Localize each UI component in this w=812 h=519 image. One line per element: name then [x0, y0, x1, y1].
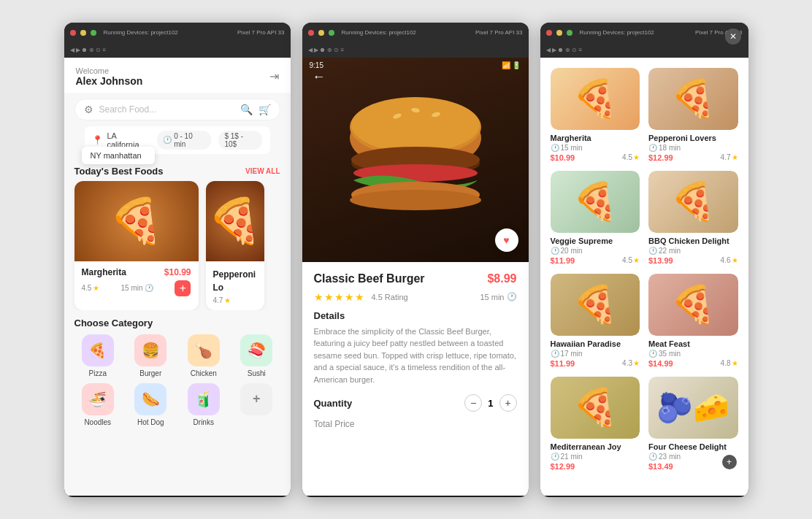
- status-bar-2: 9:15 📶 🔋: [302, 58, 529, 74]
- burger-svg: [335, 87, 496, 233]
- star-3: ★: [334, 291, 344, 303]
- pizza-rating-2: 4.7 ★: [721, 153, 738, 161]
- foods-row: 🍕 Margherita $10.99 4.5 ★ 15 min 🕐 + 🍕: [64, 181, 291, 310]
- pizza-name-4: BBQ Chicken Delight: [648, 237, 738, 245]
- add-btn-1[interactable]: +: [175, 280, 191, 296]
- price-filter[interactable]: $ 1$ - 10$: [218, 131, 262, 150]
- total-label: Total Price: [314, 419, 355, 429]
- category-grid-2: 🍜 Noodles 🌭 Hot Dog 🧃 Drinks +: [74, 383, 280, 426]
- toolbar-icon-1: ◀ ▶ ⏺ ⊕ ⊙ ≡: [70, 47, 107, 53]
- food-card-img-2: 🍕: [206, 181, 264, 261]
- pizza-item-4[interactable]: 🍕 BBQ Chicken Delight 🕐 22 min $13.99 4.…: [644, 166, 743, 269]
- close-modal-button[interactable]: ✕: [725, 28, 741, 45]
- cat-sushi[interactable]: 🍣 Sushi: [233, 334, 280, 377]
- pizza-bottom-4: $13.99 4.6 ★: [648, 256, 738, 265]
- cat-more-icon: +: [240, 383, 272, 415]
- dropdown-option[interactable]: NY manhattan: [91, 151, 142, 160]
- cat-more[interactable]: +: [233, 383, 280, 426]
- dot-yellow-2: [318, 30, 324, 36]
- cat-noodles[interactable]: 🍜 Noodles: [74, 383, 122, 426]
- cat-burger[interactable]: 🍔 Burger: [127, 334, 175, 377]
- cat-burger-icon: 🍔: [134, 334, 166, 366]
- cat-drink-label: Drinks: [194, 418, 214, 426]
- qty-plus[interactable]: +: [499, 394, 517, 412]
- pizza-item-2[interactable]: 🍕 Pepperoni Lovers 🕐 18 min $12.99 4.7 ★: [644, 64, 743, 166]
- star-5: ★: [355, 291, 364, 303]
- pizza-img-inner-2: 🍕: [648, 68, 738, 130]
- toolbar-icon-2: ◀ ▶ ⏺ ⊕ ⊙ ≡: [308, 47, 345, 53]
- search-bar[interactable]: ⚙ Search Food... 🔍 🛒: [74, 99, 280, 120]
- pizza-item-8[interactable]: 🫐🧀 Four Cheese Delight 🕐 23 min $13.49 +: [644, 372, 743, 475]
- star-2: ★: [324, 291, 334, 303]
- pizza-img-5: 🍕: [551, 274, 640, 336]
- price-filter-text: $ 1$ - 10$: [224, 132, 243, 148]
- pizza-price-2: $12.99: [648, 153, 673, 162]
- view-all-button[interactable]: VIEW ALL: [245, 167, 280, 175]
- pizza-bottom-6: $14.99 4.8 ★: [648, 359, 738, 368]
- search-icon[interactable]: 🔍: [240, 104, 253, 115]
- burger-canvas: [302, 58, 529, 262]
- pizza-time-2: 🕐 18 min: [648, 144, 738, 152]
- pizza-grid: 🍕 Margherita 🕐 15 min $10.99 4.5 ★ 🍕 Pep…: [540, 58, 748, 481]
- pizza-item-7[interactable]: 🍕 Mediterranean Joy 🕐 21 min $12.99: [546, 372, 645, 475]
- food-card-img-1: 🍕: [74, 181, 199, 261]
- favorite-button[interactable]: ♥: [495, 228, 518, 252]
- pizza-time-6: 🕐 35 min: [648, 350, 738, 358]
- cat-pizza-label: Pizza: [89, 369, 107, 377]
- toolbar-icon-3: ◀ ▶ ⏺ ⊕ ⊙ ≡: [546, 47, 583, 53]
- cart-icon[interactable]: 🛒: [258, 104, 271, 115]
- location-dropdown[interactable]: NY manhattan: [82, 147, 155, 164]
- pizza-bottom-5: $11.99 4.3 ★: [551, 359, 640, 368]
- pizza-time-3: 🕐 20 min: [551, 247, 640, 255]
- pizza-price-6: $14.99: [648, 359, 673, 368]
- more-button[interactable]: +: [722, 455, 737, 469]
- screen3-content: 🍕 Margherita 🕐 15 min $10.99 4.5 ★ 🍕 Pep…: [540, 58, 748, 496]
- pizza-img-3: 🍕: [551, 171, 640, 233]
- pizza-img-inner-3: 🍕: [551, 171, 640, 233]
- food-name-2: Pepperoni Lo: [213, 269, 256, 293]
- location-text: LA california: [107, 131, 150, 149]
- pizza-item-6[interactable]: 🍕 Meat Feast 🕐 35 min $14.99 4.8 ★: [644, 269, 743, 372]
- logout-icon[interactable]: ⇥: [269, 69, 279, 83]
- cat-chicken[interactable]: 🍗 Chicken: [180, 334, 228, 377]
- pizza-img-6: 🍕: [648, 274, 738, 336]
- food-card-2[interactable]: 🍕 Pepperoni Lo 4.7 ★: [206, 181, 264, 310]
- svg-point-10: [350, 190, 481, 210]
- svg-point-2: [351, 97, 480, 153]
- time-filter[interactable]: 🕐 0 - 10 min: [157, 131, 211, 150]
- device-bar-text-3: Running Devices: project102: [580, 29, 654, 36]
- star-4: ★: [345, 291, 354, 303]
- details-title: Details: [314, 310, 517, 321]
- cat-hotdog[interactable]: 🌭 Hot Dog: [127, 383, 175, 426]
- details-text: Embrace the simplicity of the Classic Be…: [314, 326, 517, 386]
- dot-red-3: [546, 30, 552, 36]
- pizza-item-3[interactable]: 🍕 Veggie Supreme 🕐 20 min $11.99 4.5 ★: [546, 166, 645, 269]
- dot-green: [91, 30, 96, 36]
- device-bar-text-2: Running Devices: project102: [342, 29, 416, 36]
- stars-row: ★ ★ ★ ★ ★: [314, 291, 364, 303]
- screen3-frame: Running Devices: project102 Pixel 7 Pro …: [540, 23, 748, 497]
- welcome-text: Welcome: [76, 66, 143, 75]
- star-1: ★: [314, 291, 323, 303]
- user-info: Welcome Alex Johnson: [76, 66, 143, 87]
- food-card-bottom-1: 4.5 ★ 15 min 🕐 +: [82, 280, 191, 296]
- product-title-row: Classic Beef Burger $8.99: [314, 272, 517, 285]
- cat-drink[interactable]: 🧃 Drinks: [180, 383, 228, 426]
- pizza-img-4: 🍕: [648, 171, 738, 233]
- pizza-item-5[interactable]: 🍕 Hawaiian Paradise 🕐 17 min $11.99 4.3 …: [546, 269, 645, 372]
- food-card-1[interactable]: 🍕 Margherita $10.99 4.5 ★ 15 min 🕐 +: [74, 181, 199, 310]
- filter-icon[interactable]: ⚙: [84, 104, 93, 115]
- dot-green-2: [329, 30, 334, 36]
- cat-sushi-label: Sushi: [248, 369, 266, 377]
- qty-minus[interactable]: −: [464, 394, 482, 412]
- back-button[interactable]: ←: [313, 69, 326, 85]
- cat-pizza[interactable]: 🍕 Pizza: [74, 334, 122, 377]
- pizza-item-1[interactable]: 🍕 Margherita 🕐 15 min $10.99 4.5 ★: [546, 64, 645, 166]
- product-detail: Classic Beef Burger $8.99 ★ ★ ★ ★ ★ 4.5 …: [302, 262, 529, 440]
- pizza-img-inner-6: 🍕: [648, 274, 738, 336]
- food-price-1: $10.99: [164, 267, 191, 277]
- product-price: $8.99: [487, 272, 516, 285]
- search-placeholder[interactable]: Search Food...: [99, 104, 234, 115]
- pizza-name-2: Pepperoni Lovers: [648, 134, 738, 142]
- device-bar-1: Running Devices: project102 Pixel 7 Pro …: [64, 23, 291, 43]
